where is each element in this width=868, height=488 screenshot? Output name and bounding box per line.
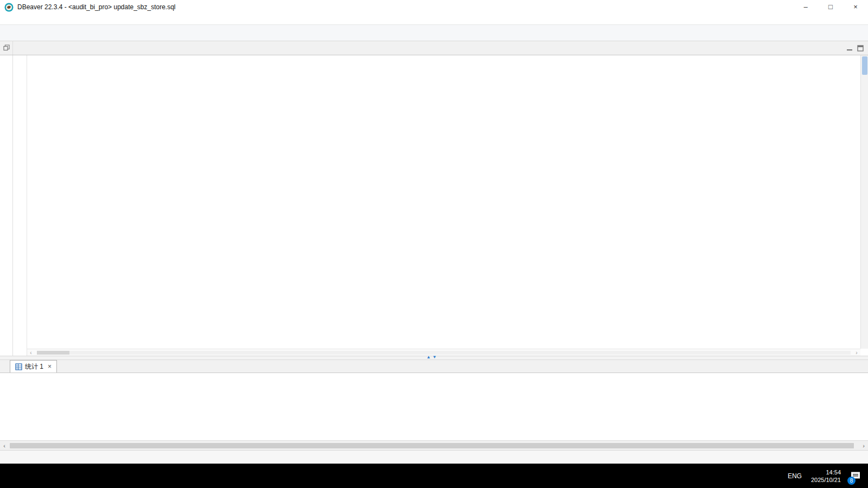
scroll-thumb[interactable] xyxy=(10,443,854,448)
sql-editor[interactable]: ‹ › xyxy=(27,55,868,356)
panel-sash[interactable]: ▲ ▼ xyxy=(0,356,868,360)
main-toolbar xyxy=(0,25,868,41)
clock[interactable]: 14:54 2025/10/21 xyxy=(807,468,845,484)
editor-vertical-scrollbar[interactable] xyxy=(860,55,868,349)
scroll-left-icon[interactable]: ‹ xyxy=(0,442,9,449)
title-bar: DBeaver 22.3.4 - <audit_bi_pro> update_s… xyxy=(0,0,868,14)
main-area: ‹ › xyxy=(0,55,868,356)
status-bar xyxy=(0,450,868,464)
sash-collapse-icon[interactable]: ▼ xyxy=(432,355,437,359)
maximize-editor-icon[interactable] xyxy=(857,45,864,52)
scroll-thumb[interactable] xyxy=(37,351,69,355)
results-tab-label: 统计 1 xyxy=(25,362,43,371)
scroll-right-icon[interactable]: › xyxy=(859,442,868,449)
menu-bar xyxy=(0,14,868,25)
editor-horizontal-scrollbar[interactable]: ‹ › xyxy=(27,349,860,356)
minimize-editor-icon[interactable] xyxy=(846,45,853,52)
close-tab-icon[interactable]: × xyxy=(48,363,52,370)
statistics-table xyxy=(0,373,868,440)
time-label: 14:54 xyxy=(811,468,841,476)
window-title: DBeaver 22.3.4 - <audit_bi_pro> update_s… xyxy=(17,3,793,11)
editor-side-toolbar xyxy=(13,55,27,356)
tab-statistics[interactable]: 统计 1 × xyxy=(10,360,57,373)
results-tab-bar: 统计 1 × xyxy=(0,360,868,373)
panel-horizontal-scrollbar[interactable]: ‹ › xyxy=(0,440,868,450)
scroll-left-icon[interactable]: ‹ xyxy=(27,350,35,356)
restore-panel-icon[interactable] xyxy=(0,41,13,55)
minimize-button[interactable]: – xyxy=(793,0,818,14)
code-area[interactable] xyxy=(27,56,860,349)
collapsed-navigator-strip xyxy=(0,55,13,356)
sash-expand-icon[interactable]: ▲ xyxy=(426,355,431,359)
notification-badge: 8 xyxy=(847,477,856,485)
grid-icon xyxy=(15,363,22,370)
close-button[interactable]: × xyxy=(843,0,868,14)
maximize-button[interactable]: □ xyxy=(818,0,843,14)
scroll-right-icon[interactable]: › xyxy=(853,350,860,356)
date-label: 2025/10/21 xyxy=(811,476,841,484)
windows-taskbar: ENG 14:54 2025/10/21 8 xyxy=(0,464,868,488)
scroll-thumb[interactable] xyxy=(862,56,867,75)
dbeaver-logo-icon xyxy=(4,3,14,12)
notification-center-icon[interactable]: 8 xyxy=(846,464,865,488)
editor-tab-bar xyxy=(0,41,868,55)
language-indicator[interactable]: ENG xyxy=(784,464,806,488)
